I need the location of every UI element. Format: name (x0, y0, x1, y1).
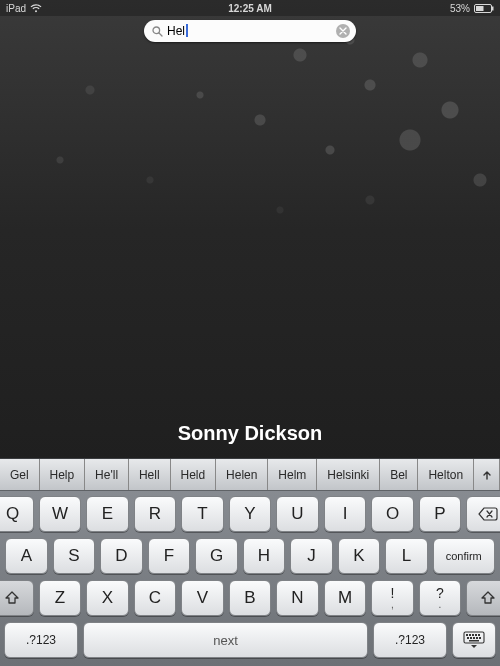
key-f[interactable]: F (148, 538, 191, 574)
svg-rect-12 (470, 637, 472, 639)
svg-rect-10 (478, 634, 480, 636)
key-a[interactable]: A (5, 538, 48, 574)
space-key[interactable]: next (83, 622, 368, 658)
svg-rect-13 (473, 637, 475, 639)
key-v[interactable]: V (181, 580, 224, 616)
suggestion[interactable]: Helm (268, 459, 317, 490)
key-t[interactable]: T (181, 496, 224, 532)
svg-rect-11 (467, 637, 469, 639)
svg-rect-9 (475, 634, 477, 636)
key-m[interactable]: M (324, 580, 367, 616)
key-d[interactable]: D (100, 538, 143, 574)
backspace-key[interactable] (466, 496, 500, 532)
svg-rect-15 (479, 637, 481, 639)
key-row-2: A S D F G H J K L confirm (4, 538, 496, 574)
key-c[interactable]: C (134, 580, 177, 616)
suggestion[interactable]: Help (40, 459, 86, 490)
suggestion[interactable]: Helsinki (317, 459, 380, 490)
confirm-key[interactable]: confirm (433, 538, 495, 574)
key-s[interactable]: S (53, 538, 96, 574)
mode-key-right[interactable]: .?123 (373, 622, 447, 658)
key-comma[interactable]: !, (371, 580, 414, 616)
svg-rect-7 (469, 634, 471, 636)
watermark-text: Sonny Dickson (0, 422, 500, 445)
key-l[interactable]: L (385, 538, 428, 574)
mode-key-left[interactable]: .?123 (4, 622, 78, 658)
key-j[interactable]: J (290, 538, 333, 574)
key-p[interactable]: P (419, 496, 462, 532)
spotlight-search[interactable]: Hel (144, 20, 356, 42)
suggestion[interactable]: Hell (129, 459, 171, 490)
key-o[interactable]: O (371, 496, 414, 532)
key-k[interactable]: K (338, 538, 381, 574)
key-u[interactable]: U (276, 496, 319, 532)
device-label: iPad (6, 3, 26, 14)
key-n[interactable]: N (276, 580, 319, 616)
key-g[interactable]: G (195, 538, 238, 574)
svg-rect-16 (469, 640, 479, 642)
key-r[interactable]: R (134, 496, 177, 532)
status-bar: iPad 12:25 AM 53% (0, 0, 500, 16)
svg-rect-6 (466, 634, 468, 636)
keyboard: Gel Help He'll Hell Held Helen Helm Hels… (0, 458, 500, 666)
suggestion[interactable]: Bel (380, 459, 418, 490)
svg-line-4 (159, 33, 162, 36)
search-value: Hel (167, 24, 185, 38)
key-h[interactable]: H (243, 538, 286, 574)
suggestions-more[interactable] (474, 459, 500, 490)
wifi-icon (30, 4, 42, 13)
suggestion-bar: Gel Help He'll Hell Held Helen Helm Hels… (0, 459, 500, 491)
svg-rect-14 (476, 637, 478, 639)
shift-key-left[interactable] (0, 580, 34, 616)
suggestion[interactable]: Helen (216, 459, 268, 490)
key-period[interactable]: ?. (419, 580, 462, 616)
svg-rect-2 (492, 6, 494, 10)
dismiss-keyboard-key[interactable] (452, 622, 496, 658)
key-b[interactable]: B (229, 580, 272, 616)
key-y[interactable]: Y (229, 496, 272, 532)
search-icon (152, 26, 163, 37)
search-input[interactable]: Hel (163, 24, 336, 38)
suggestion[interactable]: Held (171, 459, 217, 490)
suggestion[interactable]: Helton (418, 459, 474, 490)
key-w[interactable]: W (39, 496, 82, 532)
key-e[interactable]: E (86, 496, 129, 532)
battery-icon (474, 4, 494, 13)
key-i[interactable]: I (324, 496, 367, 532)
suggestion[interactable]: Gel (0, 459, 40, 490)
key-row-4: .?123 next .?123 (4, 622, 496, 658)
key-row-1: Q W E R T Y U I O P (4, 496, 496, 532)
clock: 12:25 AM (0, 3, 500, 14)
shift-key-right[interactable] (466, 580, 500, 616)
suggestion[interactable]: He'll (85, 459, 129, 490)
wallpaper (0, 0, 500, 462)
key-row-3: Z X C V B N M !, ?. (4, 580, 496, 616)
key-q[interactable]: Q (0, 496, 34, 532)
svg-rect-1 (476, 6, 484, 11)
battery-percent: 53% (450, 3, 470, 14)
svg-rect-8 (472, 634, 474, 636)
key-z[interactable]: Z (39, 580, 82, 616)
key-x[interactable]: X (86, 580, 129, 616)
clear-search-button[interactable] (336, 24, 350, 38)
